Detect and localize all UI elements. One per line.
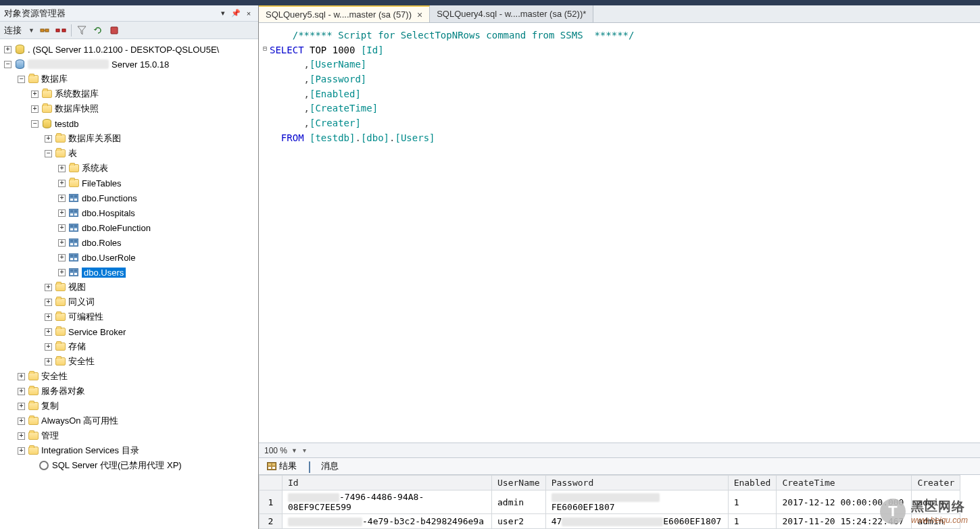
tree-tables[interactable]: −表 (0, 146, 258, 161)
connect-label[interactable]: 连接 (4, 24, 22, 36)
tree-synonyms[interactable]: +同义词 (0, 295, 258, 309)
document-tab[interactable]: SQLQuery5.sql - w....master (sa (57)) × (259, 5, 430, 22)
column-header[interactable]: CreateTime (777, 476, 912, 490)
tree-server-objects[interactable]: +服务器对象 (0, 384, 258, 399)
object-explorer-toolbar: 连接 ▼ (0, 22, 258, 39)
splitter-icon[interactable]: ▾ (303, 447, 306, 454)
tree-service-broker[interactable]: +Service Broker (0, 324, 258, 339)
tree-table-item-selected[interactable]: +dbo.Users (0, 265, 258, 280)
results-tab[interactable]: 结果 (263, 459, 301, 474)
zoom-bar: 100 % ▼ ▾ (259, 443, 980, 457)
sql-editor[interactable]: /****** Script for SelectTopNRows comman… (259, 23, 980, 443)
tree-views[interactable]: +视图 (0, 280, 258, 295)
cell-id: -4e79-b3c2-b42982496e9a (283, 514, 492, 529)
tree-filetables[interactable]: +FileTables (0, 176, 258, 191)
refresh-icon[interactable] (92, 24, 104, 36)
tab-label: SQLQuery4.sql - w....master (sa (52))* (437, 9, 586, 19)
grid-icon (267, 462, 276, 470)
close-icon[interactable]: × (243, 8, 254, 19)
column-header[interactable]: UserName (492, 476, 546, 490)
tree-server-node[interactable]: −Server 15.0.18 (0, 57, 258, 72)
messages-tab[interactable]: 消息 (305, 459, 343, 474)
dropdown-icon[interactable]: ▾ (218, 8, 228, 19)
tree-server-node[interactable]: +. (SQL Server 11.0.2100 - DESKTOP-QSLOU… (0, 42, 258, 57)
tree-db-testdb[interactable]: −testdb (0, 116, 258, 131)
tree-system-tables[interactable]: +系统表 (0, 161, 258, 176)
cell-enabled: 1 (728, 490, 777, 514)
zoom-level[interactable]: 100 % (264, 446, 287, 455)
document-tabs: SQLQuery5.sql - w....master (sa (57)) × … (259, 5, 980, 23)
results-grid[interactable]: Id UserName Password Enabled CreateTime … (259, 475, 980, 529)
watermark: T 黑区网络 www.heiqu.com (880, 498, 968, 525)
object-explorer-tree[interactable]: +. (SQL Server 11.0.2100 - DESKTOP-QSLOU… (0, 39, 258, 529)
tree-security[interactable]: +安全性 (0, 354, 258, 369)
watermark-name: 黑区网络 (911, 498, 968, 515)
svg-rect-0 (41, 29, 44, 32)
tab-close-icon[interactable]: × (417, 9, 422, 20)
cell-password: 47E6060EF1807 (545, 514, 728, 529)
cell-username: user2 (492, 514, 546, 529)
row-number: 2 (260, 514, 283, 529)
watermark-logo-icon: T (880, 499, 906, 524)
grid-row[interactable]: 1 -7496-4486-94A8-08EF9C7EE599 admin FE6… (260, 490, 960, 514)
cell-password: FE6060EF1807 (545, 490, 728, 514)
tree-databases[interactable]: −数据库 (0, 72, 258, 86)
tree-table-item[interactable]: +dbo.UserRole (0, 250, 258, 265)
tree-replication[interactable]: +复制 (0, 399, 258, 413)
grid-corner (260, 476, 283, 490)
svg-rect-5 (111, 27, 118, 34)
column-header[interactable]: Password (545, 476, 728, 490)
tree-alwayson[interactable]: +AlwaysOn 高可用性 (0, 413, 258, 428)
main-panel: SQLQuery5.sql - w....master (sa (57)) × … (259, 5, 980, 529)
tree-programmability[interactable]: +可编程性 (0, 309, 258, 324)
disconnect-icon[interactable] (55, 24, 67, 36)
tree-db-snapshots[interactable]: +数据库快照 (0, 101, 258, 116)
tab-label: SQLQuery5.sql - w....master (sa (57)) (266, 9, 412, 20)
chevron-down-icon[interactable]: ▼ (28, 27, 34, 34)
cell-enabled: 1 (728, 514, 777, 529)
tree-sql-agent[interactable]: SQL Server 代理(已禁用代理 XP) (0, 458, 258, 473)
tree-table-item[interactable]: +dbo.Hospitals (0, 205, 258, 220)
tree-root-security[interactable]: +安全性 (0, 369, 258, 384)
svg-rect-3 (56, 29, 59, 32)
tree-db-diagrams[interactable]: +数据库关系图 (0, 131, 258, 146)
tree-management[interactable]: +管理 (0, 428, 258, 443)
column-header[interactable]: Enabled (728, 476, 777, 490)
filter-icon[interactable] (76, 24, 88, 36)
tree-integration-services[interactable]: +Integration Services 目录 (0, 443, 258, 458)
tool-icon[interactable] (108, 24, 120, 36)
tree-table-item[interactable]: +dbo.RoleFunction (0, 220, 258, 235)
connect-icon[interactable] (39, 24, 51, 36)
row-number: 1 (260, 490, 283, 514)
zoom-dropdown-icon[interactable]: ▼ (291, 447, 297, 454)
results-tab-bar: 结果 消息 (259, 457, 980, 475)
cell-id: -7496-4486-94A8-08EF9C7EE599 (283, 490, 492, 514)
object-explorer: 对象资源管理器 ▾ 📌 × 连接 ▼ +. (SQL Server 11.0.2… (0, 5, 259, 529)
pin-icon[interactable]: 📌 (230, 8, 241, 19)
panel-title: 对象资源管理器 (4, 7, 216, 20)
object-explorer-header: 对象资源管理器 ▾ 📌 × (0, 5, 258, 22)
svg-rect-1 (45, 29, 49, 32)
column-header[interactable]: Id (283, 476, 492, 490)
watermark-url: www.heiqu.com (911, 515, 968, 525)
message-icon (309, 462, 318, 470)
document-tab[interactable]: SQLQuery4.sql - w....master (sa (52))* (430, 5, 593, 22)
cell-username: admin (492, 490, 546, 514)
tree-system-databases[interactable]: +系统数据库 (0, 86, 258, 101)
tree-storage[interactable]: +存储 (0, 339, 258, 354)
column-header[interactable]: Creater (912, 476, 960, 490)
svg-rect-4 (62, 29, 66, 32)
grid-header-row: Id UserName Password Enabled CreateTime … (260, 476, 960, 490)
grid-row[interactable]: 2 -4e79-b3c2-b42982496e9a user2 47E6060E… (260, 514, 960, 529)
tree-table-item[interactable]: +dbo.Functions (0, 191, 258, 205)
tree-table-item[interactable]: +dbo.Roles (0, 235, 258, 250)
